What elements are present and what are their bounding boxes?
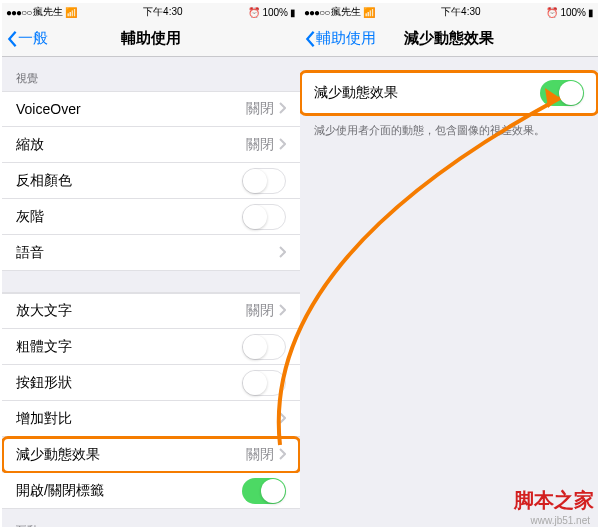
wifi-icon: 📶 (363, 7, 375, 18)
status-bar: ●●●○○瘋先生📶 下午4:30 ⏰100%▮ (2, 3, 300, 21)
row-b-1[interactable]: 粗體文字 (2, 329, 300, 365)
back-button[interactable]: 輔助使用 (304, 29, 376, 48)
toggle-switch[interactable] (242, 204, 286, 230)
toggle-switch[interactable] (242, 370, 286, 396)
row-description: 減少使用者介面的動態，包含圖像的視差效果。 (300, 115, 598, 146)
toggle-knob (243, 169, 267, 193)
signal-dots: ●●●○○ (6, 7, 31, 18)
battery-icon: ▮ (588, 7, 594, 18)
back-label: 一般 (18, 29, 48, 48)
back-label: 輔助使用 (316, 29, 376, 48)
battery-icon: ▮ (290, 7, 296, 18)
row-a-1[interactable]: 縮放關閉 (2, 127, 300, 163)
row-b-2[interactable]: 按鈕形狀 (2, 365, 300, 401)
row-label: 語音 (16, 244, 278, 262)
back-button[interactable]: 一般 (6, 29, 48, 48)
row-value: 關閉 (246, 302, 274, 320)
row-label: 反相顏色 (16, 172, 242, 190)
row-label: 縮放 (16, 136, 246, 154)
page-title: 輔助使用 (121, 29, 181, 48)
row-a-4[interactable]: 語音 (2, 235, 300, 271)
status-time: 下午4:30 (441, 5, 480, 19)
row-label: 粗體文字 (16, 338, 242, 356)
chevron-left-icon (6, 30, 18, 48)
toggle-switch[interactable] (242, 334, 286, 360)
toggle-knob (261, 479, 285, 503)
carrier: 瘋先生 (331, 5, 361, 19)
status-time: 下午4:30 (143, 5, 182, 19)
row-b-0[interactable]: 放大文字關閉 (2, 293, 300, 329)
chevron-right-icon (278, 136, 286, 154)
row-label: 放大文字 (16, 302, 246, 320)
chevron-right-icon (278, 446, 286, 464)
row-label: 減少動態效果 (314, 84, 540, 102)
row-a-0[interactable]: VoiceOver關閉 (2, 91, 300, 127)
row-label: VoiceOver (16, 101, 246, 117)
nav-bar: 輔助使用 減少動態效果 (300, 21, 598, 57)
chevron-right-icon (278, 100, 286, 118)
row-b-4[interactable]: 減少動態效果關閉 (2, 437, 300, 473)
row-label: 增加對比 (16, 410, 278, 428)
row-a-3[interactable]: 灰階 (2, 199, 300, 235)
reduce-motion-toggle[interactable] (540, 80, 584, 106)
nav-bar: 一般 輔助使用 (2, 21, 300, 57)
section-gap (300, 57, 598, 71)
row-label: 減少動態效果 (16, 446, 246, 464)
chevron-right-icon (278, 410, 286, 428)
chevron-right-icon (278, 244, 286, 262)
row-a-2[interactable]: 反相顏色 (2, 163, 300, 199)
watermark: 脚本之家 (514, 487, 594, 514)
section-header-vision: 視覺 (2, 57, 300, 91)
section-header-interaction: 互動 (2, 509, 300, 527)
row-value: 關閉 (246, 136, 274, 154)
row-label: 開啟/關閉標籤 (16, 482, 242, 500)
section-gap (2, 271, 300, 293)
row-label: 灰階 (16, 208, 242, 226)
toggle-knob (243, 335, 267, 359)
wifi-icon: 📶 (65, 7, 77, 18)
toggle-knob (559, 81, 583, 105)
toggle-switch[interactable] (242, 478, 286, 504)
battery: 100% (262, 7, 288, 18)
alarm-icon: ⏰ (546, 7, 558, 18)
toggle-knob (243, 205, 267, 229)
chevron-left-icon (304, 30, 316, 48)
chevron-right-icon (278, 302, 286, 320)
row-b-3[interactable]: 增加對比 (2, 401, 300, 437)
alarm-icon: ⏰ (248, 7, 260, 18)
row-value: 關閉 (246, 446, 274, 464)
row-value: 關閉 (246, 100, 274, 118)
row-reduce-motion[interactable]: 減少動態效果 (300, 71, 598, 115)
toggle-switch[interactable] (242, 168, 286, 194)
toggle-knob (243, 371, 267, 395)
page-title: 減少動態效果 (404, 29, 494, 48)
row-b-5[interactable]: 開啟/關閉標籤 (2, 473, 300, 509)
status-bar: ●●●○○瘋先生📶 下午4:30 ⏰100%▮ (300, 3, 598, 21)
watermark-url: www.jb51.net (531, 515, 590, 526)
carrier: 瘋先生 (33, 5, 63, 19)
signal-dots: ●●●○○ (304, 7, 329, 18)
battery: 100% (560, 7, 586, 18)
row-label: 按鈕形狀 (16, 374, 242, 392)
